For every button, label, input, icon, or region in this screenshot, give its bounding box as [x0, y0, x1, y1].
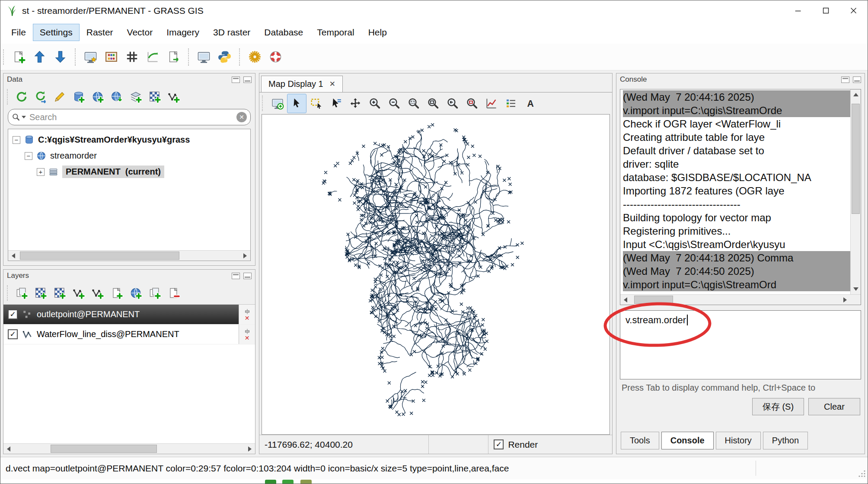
- scroll-left-arrow-icon[interactable]: [8, 251, 19, 261]
- layer-opacity-icon[interactable]: [244, 328, 251, 334]
- zoom-selection-icon[interactable]: [404, 94, 423, 113]
- menu-settings[interactable]: Settings: [33, 24, 79, 41]
- run-script-icon[interactable]: [163, 47, 184, 67]
- save-button[interactable]: 保存 (S): [752, 398, 804, 415]
- scrollbar-thumb[interactable]: [634, 296, 673, 304]
- resize-grip[interactable]: [858, 469, 866, 478]
- collapse-icon[interactable]: −: [25, 152, 32, 160]
- clear-button[interactable]: Clear: [808, 398, 860, 415]
- layer-row-controls[interactable]: ✕: [239, 325, 255, 344]
- zoom-region-icon[interactable]: [463, 94, 481, 113]
- legend-icon[interactable]: [501, 94, 520, 113]
- scrollbar-thumb[interactable]: [852, 104, 860, 214]
- add-vector-layer-icon[interactable]: [69, 283, 88, 302]
- taskbar-icon[interactable]: [265, 480, 276, 484]
- console-vscrollbar[interactable]: [850, 89, 861, 294]
- scroll-up-arrow-icon[interactable]: [851, 89, 861, 100]
- create-mapset-icon[interactable]: [126, 87, 145, 106]
- command-prompt-input[interactable]: v.stream.order: [620, 310, 861, 379]
- help-lifering-icon[interactable]: [265, 47, 286, 67]
- scrollbar-track[interactable]: [19, 251, 240, 261]
- render-map-icon[interactable]: [268, 94, 287, 113]
- select-features-icon[interactable]: [307, 94, 326, 113]
- scroll-down-arrow-icon[interactable]: [851, 284, 861, 294]
- layer-row-main[interactable]: ✓WaterFlow_line_diss@PERMANENT: [3, 325, 239, 344]
- render-checkbox[interactable]: ✓: [494, 439, 504, 449]
- close-button[interactable]: [840, 0, 868, 21]
- tab-tools[interactable]: Tools: [621, 432, 659, 449]
- menu-imagery[interactable]: Imagery: [160, 24, 206, 41]
- pan-icon[interactable]: [346, 94, 364, 113]
- console-output[interactable]: (Wed May 7 20:44:16 2025)v.import input=…: [620, 89, 861, 305]
- add-command-layer-icon[interactable]: [107, 283, 126, 302]
- scroll-right-arrow-icon[interactable]: [840, 295, 850, 305]
- search-clear-icon[interactable]: ✕: [236, 112, 247, 122]
- add-vector-options-icon[interactable]: [88, 283, 107, 302]
- maximize-button[interactable]: [812, 0, 840, 21]
- scroll-left-arrow-icon[interactable]: [3, 444, 14, 454]
- data-tree-hscrollbar[interactable]: [8, 250, 250, 261]
- new-workspace-icon[interactable]: [8, 47, 29, 67]
- layer-row-main[interactable]: ✓outletpoint@PERMANENT: [3, 305, 239, 324]
- map-canvas[interactable]: [262, 114, 610, 435]
- download-location-icon[interactable]: [107, 87, 126, 106]
- panel-detach-icon[interactable]: [232, 273, 240, 279]
- edit-mode-icon[interactable]: [50, 87, 69, 106]
- save-workspace-icon[interactable]: [50, 47, 70, 67]
- scroll-right-arrow-icon[interactable]: [245, 444, 255, 454]
- menu-file[interactable]: File: [5, 24, 32, 41]
- remove-layer-icon[interactable]: [164, 283, 183, 302]
- python-console-icon[interactable]: [214, 47, 235, 67]
- georectifier-icon[interactable]: [142, 47, 163, 67]
- add-web-service-layer-icon[interactable]: [126, 283, 145, 302]
- panel-detach-icon[interactable]: [841, 76, 849, 83]
- query-icon[interactable]: [326, 94, 345, 113]
- minimize-button[interactable]: [785, 0, 812, 21]
- menu-help[interactable]: Help: [362, 24, 393, 41]
- zoom-out-icon[interactable]: [385, 94, 403, 113]
- layer-remove-icon[interactable]: ✕: [245, 335, 250, 341]
- zoom-in-icon[interactable]: [365, 94, 384, 113]
- panel-detach-icon[interactable]: [232, 76, 240, 83]
- zoom-extent-icon[interactable]: [424, 94, 442, 113]
- scroll-left-arrow-icon[interactable]: [620, 295, 631, 305]
- add-multiple-layers-icon[interactable]: [12, 283, 31, 302]
- pointer-icon[interactable]: [287, 94, 306, 113]
- tab-python[interactable]: Python: [763, 432, 808, 449]
- add-raster-options-icon[interactable]: [50, 283, 69, 302]
- zoom-back-icon[interactable]: [443, 94, 462, 113]
- reload-tree-icon[interactable]: [12, 87, 31, 106]
- scroll-right-arrow-icon[interactable]: [240, 251, 250, 261]
- add-grassdb-icon[interactable]: [69, 87, 88, 106]
- settings-gear-icon[interactable]: [244, 47, 265, 67]
- taskbar-icon[interactable]: [300, 480, 312, 484]
- scrollbar-thumb[interactable]: [51, 445, 157, 453]
- graphical-modeler-icon[interactable]: [121, 47, 142, 67]
- add-raster-layer-icon[interactable]: [31, 283, 50, 302]
- import-vector-icon[interactable]: [164, 87, 183, 106]
- search-input[interactable]: [29, 112, 236, 122]
- menu-database[interactable]: Database: [258, 24, 310, 41]
- scrollbar-thumb[interactable]: [20, 252, 179, 260]
- panel-dock-icon[interactable]: [853, 76, 861, 83]
- add-group-icon[interactable]: [145, 283, 164, 302]
- open-workspace-icon[interactable]: [29, 47, 50, 67]
- panel-dock-icon[interactable]: [243, 273, 252, 279]
- tree-item[interactable]: −streamorder: [8, 148, 250, 164]
- scrollbar-track[interactable]: [851, 100, 861, 284]
- layer-row-controls[interactable]: ✕: [239, 305, 255, 324]
- menu-vector[interactable]: Vector: [121, 24, 160, 41]
- menu-3d-raster[interactable]: 3D raster: [207, 24, 257, 41]
- taskbar-icon[interactable]: [282, 480, 294, 484]
- map-display-settings-icon[interactable]: [193, 47, 214, 67]
- tab-console[interactable]: Console: [661, 432, 714, 449]
- console-hscrollbar[interactable]: [620, 294, 861, 305]
- layer-visibility-checkbox[interactable]: ✓: [8, 309, 18, 319]
- reload-mapset-icon[interactable]: [31, 87, 50, 106]
- import-raster-icon[interactable]: [145, 87, 164, 106]
- search-filter-caret-icon[interactable]: [22, 116, 26, 118]
- analyze-map-icon[interactable]: [482, 94, 501, 113]
- layer-remove-icon[interactable]: ✕: [245, 315, 250, 321]
- panel-dock-icon[interactable]: [243, 76, 252, 83]
- layer-opacity-icon[interactable]: [244, 309, 251, 315]
